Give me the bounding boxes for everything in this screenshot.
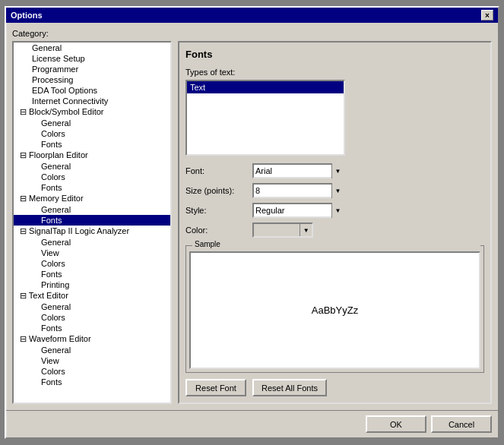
category-label: Category: <box>12 29 492 38</box>
tree-item-me-fonts[interactable]: Fonts <box>14 215 170 226</box>
color-dropdown-arrow[interactable]: ▼ <box>300 224 312 236</box>
font-row: Font: ArialCourier NewTimes New RomanVer… <box>185 163 484 178</box>
size-select[interactable]: 678910121416 <box>252 183 344 198</box>
color-label: Color: <box>185 226 246 235</box>
panel-title: Fonts <box>185 49 484 60</box>
tree-item-we-view[interactable]: View <box>14 355 170 366</box>
style-select[interactable]: RegularBoldItalicBold Italic <box>252 203 344 218</box>
category-tree[interactable]: GeneralLicense SetupProgrammerProcessing… <box>12 41 172 404</box>
tree-item-programmer[interactable]: Programmer <box>14 64 170 74</box>
sample-group: Sample AaBbYyZz <box>185 245 484 373</box>
title-bar: Options × <box>6 8 498 23</box>
tree-item-memory-editor[interactable]: ⊟ Memory Editor <box>14 193 170 204</box>
ok-button[interactable]: OK <box>366 415 426 433</box>
tree-item-internet-connectivity[interactable]: Internet Connectivity <box>14 96 170 106</box>
bottom-buttons: OK Cancel <box>6 410 498 437</box>
tree-item-processing[interactable]: Processing <box>14 74 170 85</box>
tree-item-text-editor[interactable]: ⊟ Text Editor <box>14 290 170 301</box>
tree-item-fpe-colors[interactable]: Colors <box>14 172 170 182</box>
tree-item-te-fonts[interactable]: Fonts <box>14 323 170 333</box>
tree-item-sta-printing[interactable]: Printing <box>14 279 170 290</box>
tree-item-floorplan-editor[interactable]: ⊟ Floorplan Editor <box>14 150 170 161</box>
fonts-panel: Fonts Types of text: Text Font: ArialCou… <box>178 41 492 404</box>
dialog-title: Options <box>11 11 43 20</box>
style-label: Style: <box>185 206 246 215</box>
tree-item-te-general[interactable]: General <box>14 301 170 312</box>
tree-item-block-symbol-editor[interactable]: ⊟ Block/Symbol Editor <box>14 106 170 118</box>
main-area: GeneralLicense SetupProgrammerProcessing… <box>12 41 492 404</box>
font-select-wrapper: ArialCourier NewTimes New RomanVerdana ▼ <box>252 163 344 178</box>
tree-item-we-general[interactable]: General <box>14 345 170 355</box>
dialog-content: Category: GeneralLicense SetupProgrammer… <box>6 23 498 410</box>
tree-item-we-fonts[interactable]: Fonts <box>14 377 170 387</box>
tree-item-sta-colors[interactable]: Colors <box>14 258 170 269</box>
options-dialog: Options × Category: GeneralLicense Setup… <box>5 6 499 439</box>
tree-item-bse-colors[interactable]: Colors <box>14 128 170 139</box>
tree-item-we-colors[interactable]: Colors <box>14 366 170 377</box>
tree-item-bse-fonts[interactable]: Fonts <box>14 139 170 150</box>
sample-text: AaBbYyZz <box>189 251 480 369</box>
font-label: Font: <box>185 166 246 175</box>
tree-item-general[interactable]: General <box>14 43 170 53</box>
reset-all-fonts-button[interactable]: Reset All Fonts <box>252 379 327 396</box>
size-select-wrapper: 678910121416 ▼ <box>252 183 344 198</box>
tree-item-bse-general[interactable]: General <box>14 118 170 128</box>
size-row: Size (points): 678910121416 ▼ <box>185 183 484 198</box>
color-row: Color: ▼ <box>185 222 484 238</box>
tree-item-te-colors[interactable]: Colors <box>14 312 170 323</box>
types-label: Types of text: <box>185 68 484 77</box>
color-swatch <box>255 225 300 235</box>
types-listbox[interactable]: Text <box>185 80 345 156</box>
font-select[interactable]: ArialCourier NewTimes New RomanVerdana <box>252 163 344 178</box>
tree-item-waveform-editor[interactable]: ⊟ Waveform Editor <box>14 333 170 345</box>
tree-item-me-general[interactable]: General <box>14 204 170 215</box>
tree-item-fpe-fonts[interactable]: Fonts <box>14 182 170 193</box>
reset-font-button[interactable]: Reset Font <box>185 379 246 396</box>
cancel-button[interactable]: Cancel <box>431 415 492 433</box>
tree-item-sta-fonts[interactable]: Fonts <box>14 269 170 279</box>
tree-item-eda-tool-options[interactable]: EDA Tool Options <box>14 85 170 96</box>
tree-item-fpe-general[interactable]: General <box>14 161 170 172</box>
tree-item-signaltap-analyzer[interactable]: ⊟ SignalTap II Logic Analyzer <box>14 226 170 237</box>
tree-item-sta-general[interactable]: General <box>14 237 170 248</box>
font-button-row: Reset Font Reset All Fonts <box>185 379 484 396</box>
sample-legend: Sample <box>192 240 480 248</box>
style-select-wrapper: RegularBoldItalicBold Italic ▼ <box>252 203 344 218</box>
types-item[interactable]: Text <box>187 81 344 93</box>
style-row: Style: RegularBoldItalicBold Italic ▼ <box>185 203 484 218</box>
color-picker[interactable]: ▼ <box>252 222 313 238</box>
size-label: Size (points): <box>185 186 246 195</box>
tree-item-license-setup[interactable]: License Setup <box>14 53 170 64</box>
tree-item-sta-view[interactable]: View <box>14 248 170 258</box>
close-button[interactable]: × <box>481 10 493 21</box>
